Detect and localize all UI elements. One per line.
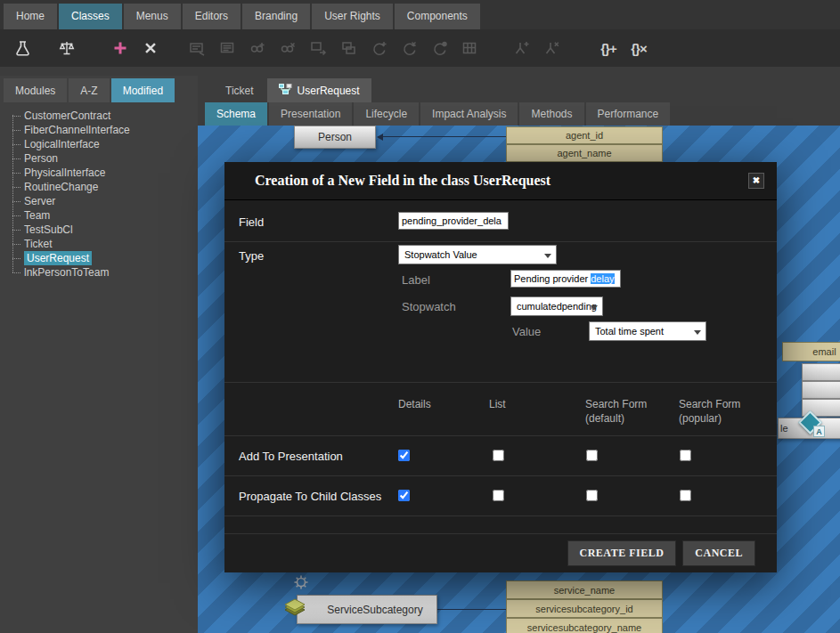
tree-item-team[interactable]: Team [12,208,198,223]
checkbox-presentation-search-default[interactable] [586,450,598,461]
tree-item-userrequest[interactable]: UserRequest [12,251,198,265]
tree-item-person[interactable]: Person [12,151,198,166]
checkbox-propagate-search-popular[interactable] [680,490,691,501]
view-tab-impact-analysis[interactable]: Impact Analysis [420,102,518,126]
checkbox-presentation-list[interactable] [493,450,504,461]
card-arrow-icon[interactable] [303,35,333,61]
sidebar-tab-az[interactable]: A-Z [69,78,109,102]
branch-add-icon[interactable] [506,35,536,61]
type-select[interactable]: Stopwatch Value [398,245,557,264]
sidebar-tab-modified[interactable]: Modified [111,78,175,102]
link-add-icon[interactable] [242,35,273,61]
tree-item-testsubcl[interactable]: TestSubCl [12,223,198,237]
create-field-button[interactable]: CREATE FIELD [567,540,677,566]
nav-tab-menus[interactable]: Menus [124,4,181,29]
dialog-footer: CREATE FIELD CANCEL [224,534,777,572]
label-label: Label [402,273,430,287]
checkbox-propagate-search-default[interactable] [586,490,598,501]
checkbox-propagate-details[interactable] [398,490,410,501]
dialog-title: Creation of a New Field in the class Use… [255,173,550,189]
checkbox-propagate-list[interactable] [493,490,504,501]
add-icon[interactable] [105,35,135,61]
nav-tab-editors[interactable]: Editors [183,4,241,29]
nav-tab-home[interactable]: Home [4,4,57,29]
braces-remove-icon[interactable]: {}× [624,35,654,61]
object-tab-ticket[interactable]: Ticket [214,78,265,102]
diagram-field-agent-id[interactable]: agent_id [506,126,663,144]
new-field-dialog: Creation of a New Field in the class Use… [224,162,777,572]
tree-item-ticket[interactable]: Ticket [12,237,198,251]
field-name-input[interactable] [398,212,509,230]
diagram-field-servicesubcategory-id[interactable]: servicesubcategory_id [506,599,663,618]
view-tab-schema[interactable]: Schema [205,102,267,126]
tree-item-routinechange[interactable]: RoutineChange [12,180,198,194]
value-label: Value [512,325,541,338]
top-navigation: Home Classes Menus Editors Branding User… [0,0,840,29]
braces-add-icon[interactable]: {}+ [593,35,624,61]
dialog-spacer [224,516,777,534]
flask-icon[interactable] [7,35,37,61]
type-label: Type [239,249,264,263]
view-tab-lifecycle[interactable]: Lifecycle [354,102,419,126]
card-icon[interactable] [212,35,242,61]
gear-icon[interactable] [292,573,310,594]
value-select[interactable]: Total time spent [589,321,706,341]
diagram-class-person[interactable]: Person [294,126,376,149]
tree-item-fiberchannelinterface[interactable]: FiberChannelInterface [12,123,198,137]
close-icon[interactable]: ✖ [748,173,764,189]
layers-icon [281,598,308,624]
nav-tab-classes[interactable]: Classes [59,4,122,29]
diagram-class-servicesubcategory[interactable]: ServiceSubcategory [297,595,437,624]
propagate-row: Propagate To Child Classes [224,476,777,516]
sidebar-tab-modules[interactable]: Modules [4,78,67,102]
class-diagram-icon [279,84,292,97]
diagram-field-agent-name[interactable]: agent_name [506,144,663,162]
type-section: Type Stopwatch Value Label Pending provi… [224,242,777,383]
propagate-label: Propagate To Child Classes [239,490,381,503]
view-tab-performance[interactable]: Performance [586,102,671,126]
object-tab-userrequest[interactable]: UserRequest [267,78,371,102]
checkbox-presentation-details[interactable] [398,450,410,461]
add-to-presentation-label: Add To Presentation [239,450,343,463]
toolbar: {}+ {}× [0,29,840,67]
diagram-field-email[interactable]: email [782,342,840,361]
connector-person [378,136,506,137]
sidebar: Modules A-Z Modified CustomerContract Fi… [0,76,198,633]
tree-item-physicalinterface[interactable]: PhysicalInterface [12,166,198,180]
view-tab-methods[interactable]: Methods [519,102,583,126]
branch-remove-icon[interactable] [536,35,567,61]
column-header-search-default: Search Form(default) [585,397,647,426]
nav-tab-branding[interactable]: Branding [242,4,310,29]
cancel-button[interactable]: CANCEL [682,540,755,566]
link-remove-icon[interactable] [273,35,303,61]
tree-item-lnkpersontoteam[interactable]: lnkPersonToTeam [12,265,198,280]
diagram-partial-box[interactable] [802,381,840,399]
delete-icon[interactable] [135,35,166,61]
checkbox-presentation-search-popular[interactable] [680,450,691,461]
column-header-list: List [489,397,506,411]
dialog-header: Creation of a New Field in the class Use… [224,162,777,200]
connector-subcategory [436,609,506,610]
rotate-dot-icon[interactable] [424,35,454,61]
stopwatch-select[interactable]: cumulatedpending [510,296,603,316]
label-input[interactable]: Pending provider delay [510,270,621,288]
nav-tab-components[interactable]: Components [395,4,480,29]
tree-item-server[interactable]: Server [12,194,198,208]
balance-icon[interactable] [52,35,82,61]
card-key-icon[interactable] [182,35,212,61]
view-tabs: Schema Presentation Lifecycle Impact Ana… [198,102,840,126]
diagram-field-servicesubcategory-name[interactable]: servicesubcategory_name [506,618,663,633]
grid-icon[interactable] [454,35,485,61]
column-header-search-popular: Search Form(popular) [679,397,740,426]
stopwatch-label: Stopwatch [402,300,456,313]
cards-copy-icon[interactable] [333,35,363,61]
diagram-partial-box[interactable] [802,363,840,381]
nav-tab-user-rights[interactable]: User Rights [312,4,393,29]
tree-item-logicalinterface[interactable]: LogicalInterface [12,137,198,151]
rotate-add-icon[interactable] [363,35,394,61]
object-tabs: Ticket UserRequest [198,76,840,102]
view-tab-presentation[interactable]: Presentation [269,102,352,126]
tree-item-customercontract[interactable]: CustomerContract [12,109,198,123]
diagram-field-service-name[interactable]: service_name [506,580,663,599]
rotate-remove-icon[interactable] [394,35,424,61]
